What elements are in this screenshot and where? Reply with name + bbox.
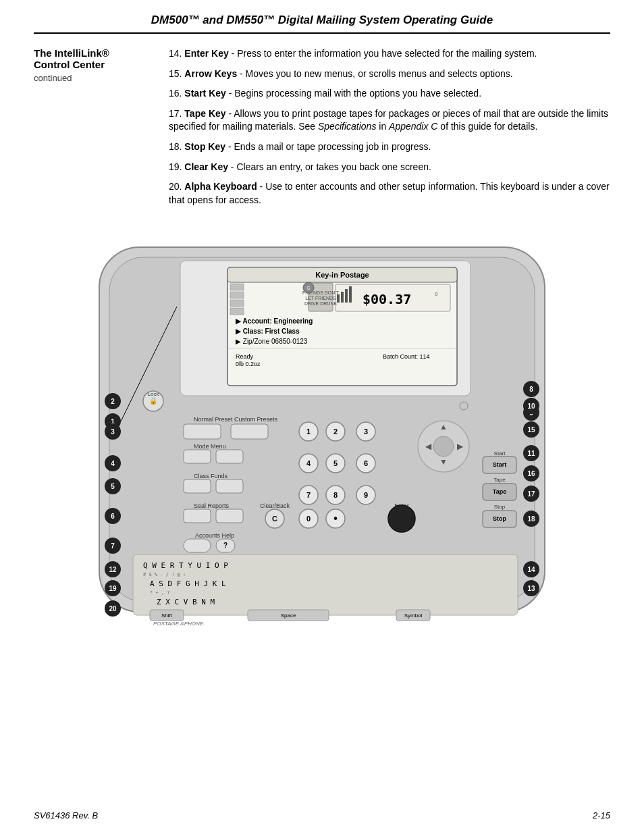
footer-right: 2-15 bbox=[593, 810, 610, 820]
page-header: DM500™ and DM550™ Digital Mailing System… bbox=[34, 14, 610, 34]
svg-text:5: 5 bbox=[333, 459, 338, 467]
diagram-svg: Key-in Postage $00.37 0 FRIENDS DON'T LE… bbox=[45, 234, 599, 627]
svg-point-68 bbox=[388, 505, 415, 532]
callout-20: 20 bbox=[109, 605, 117, 613]
svg-rect-50 bbox=[184, 479, 211, 493]
right-column: 14. Enter Key - Press to enter the infor… bbox=[169, 47, 610, 213]
svg-point-25 bbox=[460, 402, 468, 410]
kb-row2: A S D F G H J K L bbox=[150, 579, 226, 588]
brand-text: POSTAGE.&PHONE. bbox=[153, 621, 205, 625]
svg-text:#   $   %       -       /   ! : # $ % - / ! @ : bbox=[143, 572, 186, 577]
svg-rect-18 bbox=[230, 292, 244, 298]
svg-text:Tape: Tape bbox=[493, 477, 506, 483]
kb-row3: Z X C V B N M bbox=[157, 598, 215, 606]
callout-18: 18 bbox=[527, 515, 535, 523]
svg-text:7: 7 bbox=[306, 491, 311, 499]
svg-rect-9 bbox=[349, 286, 352, 303]
callout-11: 11 bbox=[527, 450, 535, 457]
page-footer: SV61436 Rev. B 2-15 bbox=[34, 810, 610, 820]
svg-text:C: C bbox=[272, 515, 277, 523]
svg-rect-61 bbox=[216, 509, 243, 523]
callout-13: 13 bbox=[527, 585, 535, 592]
item-14: 14. Enter Key - Press to enter the infor… bbox=[169, 47, 610, 61]
callout-17: 17 bbox=[527, 490, 535, 498]
shift-btn: Shift bbox=[161, 613, 173, 619]
callout-16: 16 bbox=[527, 470, 535, 477]
svg-rect-51 bbox=[216, 479, 243, 493]
svg-text:6: 6 bbox=[364, 459, 368, 467]
svg-text:1: 1 bbox=[306, 427, 311, 436]
callout-5: 5 bbox=[111, 483, 115, 490]
seal-label: Seal Reports bbox=[194, 502, 230, 509]
svg-text:4: 4 bbox=[306, 459, 311, 467]
screen-title: Key-in Postage bbox=[315, 271, 369, 279]
svg-text:▶: ▶ bbox=[457, 442, 464, 451]
space-btn: Space bbox=[281, 613, 296, 619]
svg-rect-20 bbox=[230, 308, 244, 315]
callout-6: 6 bbox=[111, 513, 115, 520]
item-19: 19. Clear Key - Clears an entry, or take… bbox=[169, 161, 610, 174]
callout-14: 14 bbox=[527, 566, 535, 573]
content-area: The IntelliLink®Control Center continued… bbox=[34, 47, 610, 213]
batch-text: Batch Count: 114 bbox=[383, 353, 430, 360]
stop-btn-label: Stop bbox=[493, 515, 506, 522]
svg-text:Lock: Lock bbox=[148, 391, 160, 397]
svg-rect-40 bbox=[184, 450, 211, 463]
callout-19: 19 bbox=[109, 585, 117, 592]
svg-rect-41 bbox=[216, 450, 243, 463]
zip-line: ▶ Zip/Zone 06850-0123 bbox=[236, 338, 308, 345]
svg-rect-17 bbox=[230, 284, 244, 290]
left-column: The IntelliLink®Control Center continued bbox=[34, 47, 169, 213]
svg-text:◀: ◀ bbox=[425, 442, 432, 451]
callout-8: 8 bbox=[529, 386, 533, 393]
svg-rect-6 bbox=[337, 294, 340, 303]
svg-rect-7 bbox=[341, 292, 344, 303]
svg-text:Start: Start bbox=[494, 450, 506, 457]
svg-text:•: • bbox=[333, 513, 338, 524]
header-title: DM500™ and DM550™ Digital Mailing System… bbox=[151, 14, 493, 26]
diagram-area: Key-in Postage $00.37 0 FRIENDS DON'T LE… bbox=[34, 234, 610, 627]
callout-15: 15 bbox=[527, 426, 535, 434]
svg-rect-8 bbox=[345, 289, 348, 303]
accounts-label: Accounts Help bbox=[195, 532, 234, 539]
svg-text:G: G bbox=[306, 286, 310, 290]
account-line: ▶ Account: Engineering bbox=[236, 317, 313, 325]
svg-text:DRIVE DRUNK: DRIVE DRUNK bbox=[304, 301, 338, 306]
svg-text:8: 8 bbox=[333, 491, 338, 499]
svg-point-35 bbox=[433, 436, 454, 457]
callout-12: 12 bbox=[109, 566, 117, 573]
svg-text:*           +   ,           ?: * + , ? bbox=[150, 590, 170, 596]
item-15: 15. Arrow Keys - Moves you to new menus,… bbox=[169, 68, 610, 81]
section-title: The IntelliLink®Control Center bbox=[34, 47, 155, 70]
svg-rect-26 bbox=[184, 424, 221, 439]
start-btn-label: Start bbox=[493, 461, 507, 468]
footer-left: SV61436 Rev. B bbox=[34, 810, 98, 820]
weight-text: 0lb 0.2oz bbox=[236, 361, 261, 367]
svg-text:?: ? bbox=[223, 542, 227, 549]
item-17: 17. Tape Key - Allows you to print posta… bbox=[169, 107, 610, 134]
item-20: 20. Alpha Keyboard - Use to enter accoun… bbox=[169, 180, 610, 207]
mode-label: Mode Menu bbox=[194, 443, 226, 450]
svg-rect-19 bbox=[230, 300, 244, 307]
item-16: 16. Start Key - Begins processing mail w… bbox=[169, 87, 610, 101]
kb-row1: Q W E R T Y U I O P bbox=[143, 561, 228, 570]
postage-display: $00.37 bbox=[363, 291, 411, 307]
normal-preset-label: Normal Preset Custom Presets bbox=[194, 416, 278, 423]
machine-diagram: Key-in Postage $00.37 0 FRIENDS DON'T LE… bbox=[45, 234, 599, 625]
callout-7: 7 bbox=[111, 542, 115, 550]
svg-text:🔒: 🔒 bbox=[149, 396, 158, 405]
svg-rect-60 bbox=[184, 509, 211, 523]
svg-text:9: 9 bbox=[364, 491, 368, 499]
svg-text:LET FRIENDS: LET FRIENDS bbox=[305, 296, 336, 301]
item-18: 18. Stop Key - Ends a mail or tape proce… bbox=[169, 140, 610, 154]
callout-2: 2 bbox=[111, 398, 115, 405]
class-line: ▶ Class: First Class bbox=[236, 328, 300, 335]
section-subtitle: continued bbox=[34, 73, 155, 83]
svg-text:0: 0 bbox=[435, 291, 438, 297]
svg-rect-27 bbox=[231, 424, 268, 439]
clearback-label: Clear/Back bbox=[260, 502, 290, 509]
callout-3: 3 bbox=[111, 428, 115, 436]
ready-text: Ready bbox=[236, 353, 254, 360]
tape-btn-label: Tape bbox=[493, 488, 506, 495]
svg-rect-71 bbox=[184, 539, 211, 552]
